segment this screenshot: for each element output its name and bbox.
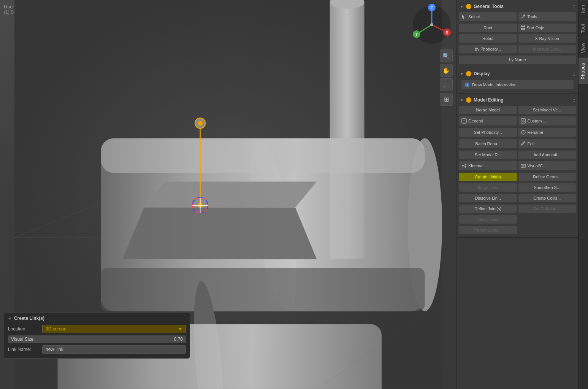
svg-rect-41 xyxy=(523,28,525,30)
smoothen-s-btn[interactable]: Smoothen S... xyxy=(518,183,576,192)
create-links-btn[interactable]: Create Link(s) xyxy=(459,173,517,181)
link-name-input[interactable] xyxy=(42,345,186,354)
pan-nav-icon[interactable]: ✋ xyxy=(440,64,453,77)
batch-rename-btn[interactable]: Batch Rena... xyxy=(459,139,517,148)
camera-nav-icon[interactable]: 🎥 xyxy=(440,78,453,91)
info-icon: i xyxy=(464,82,470,87)
visual-size-label: Visual Size xyxy=(11,337,33,342)
visual-size-value: 0.70 xyxy=(174,337,183,342)
axis-gizmo[interactable]: Z Y X xyxy=(411,4,453,46)
select-icon xyxy=(461,14,467,19)
location-label: Location: xyxy=(8,326,42,332)
edit-icon xyxy=(521,141,526,146)
svg-point-18 xyxy=(198,121,203,126)
by-name-btn[interactable]: by Name xyxy=(459,56,576,64)
display-icon xyxy=(466,71,471,76)
panel-collapse-arrow[interactable]: ▼ xyxy=(8,316,12,321)
tab-item[interactable]: Item xyxy=(578,0,588,19)
general-btn[interactable]: General xyxy=(459,116,517,125)
grid-nav-icon[interactable]: ⊞ xyxy=(440,93,453,106)
general-tools-drag: :: xyxy=(572,3,575,10)
svg-rect-8 xyxy=(101,138,425,173)
model-editing-title: Model Editing xyxy=(474,97,504,103)
edit-btn[interactable]: Edit xyxy=(518,139,576,148)
display-header[interactable]: ▼ Display :: xyxy=(457,69,578,79)
display-drag: :: xyxy=(572,71,575,77)
sort-obj-btn[interactable]: Sort Obje... xyxy=(518,24,576,32)
svg-point-56 xyxy=(465,164,466,165)
set-phobosty-btn[interactable]: Set Phobosty... xyxy=(459,128,517,137)
svg-point-54 xyxy=(521,145,522,146)
custom-btn[interactable]: Custom ... xyxy=(518,116,576,125)
dropdown-arrow: ▼ xyxy=(178,326,182,332)
general-tools-icon xyxy=(466,4,471,9)
draw-model-info-btn[interactable]: i Draw Model Information xyxy=(461,80,574,89)
link-name-label: Link Name: xyxy=(8,347,42,352)
display-title: Display xyxy=(474,71,490,76)
display-collapse: ▼ xyxy=(460,72,464,76)
viewport[interactable]: User Perspective (1) Scene Collection | … xyxy=(0,0,456,389)
sort-icon xyxy=(521,25,525,30)
svg-point-37 xyxy=(430,23,433,26)
custom-icon xyxy=(521,118,526,124)
tab-phobos[interactable]: Phobos xyxy=(578,58,588,84)
select-btn[interactable]: Select... xyxy=(459,12,517,21)
general-tools-section: ▼ General Tools :: Select... Tools Root xyxy=(457,0,578,67)
create-collis-btn[interactable]: Create Collis... xyxy=(518,194,576,202)
tools-btn[interactable]: Tools xyxy=(518,12,576,21)
mimic-joint-btn[interactable]: Mimic Joint xyxy=(459,215,517,224)
svg-marker-12 xyxy=(122,208,317,259)
name-model-btn[interactable]: Name Model xyxy=(459,106,517,114)
visual-size-slider[interactable]: Visual Size 0.70 xyxy=(8,335,186,343)
location-value: 3D cursor xyxy=(46,326,65,332)
parent-selec-btn[interactable]: Parent Selec... xyxy=(459,226,517,234)
display-section: ▼ Display :: i Draw Model Information xyxy=(457,67,578,94)
svg-rect-9 xyxy=(101,268,425,311)
by-phobosty-btn[interactable]: by Phobosty... xyxy=(459,45,517,53)
rename-icon xyxy=(521,130,526,135)
merge-links-btn[interactable]: Merge Links xyxy=(459,183,517,192)
svg-text:Z: Z xyxy=(431,6,433,10)
svg-line-59 xyxy=(463,166,465,167)
svg-text:X: X xyxy=(446,30,449,35)
model-editing-section: ▼ Model Editing :: Name Model Set Model … xyxy=(457,94,578,238)
svg-point-57 xyxy=(465,166,466,168)
set-model-r-btn[interactable]: Set Model R... xyxy=(459,151,517,159)
dissolve-lin-btn[interactable]: Dissolve Lin... xyxy=(459,194,517,202)
tab-tool[interactable]: Tool xyxy=(578,19,588,38)
wrench-icon xyxy=(521,14,526,19)
svg-rect-61 xyxy=(522,165,525,167)
measure-dist-btn[interactable]: Measure Dist... xyxy=(518,45,576,53)
visual-icon xyxy=(521,163,526,168)
xray-btn[interactable]: X-Ray Vision xyxy=(518,34,576,43)
panel-title: Create Link(s) xyxy=(14,316,44,321)
set-model-ve-btn[interactable]: Set Model Ve... xyxy=(518,106,576,114)
general-tools-collapse: ▼ xyxy=(460,5,464,9)
zoom-nav-icon[interactable]: 🔍 xyxy=(440,49,453,62)
model-editing-header[interactable]: ▼ Model Editing :: xyxy=(457,95,578,105)
nav-icons-panel: 🔍 ✋ 🎥 ⊞ xyxy=(440,49,453,106)
sidebar: ▼ General Tools :: Select... Tools Root xyxy=(456,0,578,389)
svg-rect-39 xyxy=(523,25,525,27)
visual-c-btn[interactable]: Visual/C... xyxy=(518,161,576,170)
model-editing-drag: :: xyxy=(572,97,575,103)
svg-rect-40 xyxy=(521,28,523,30)
svg-text:i: i xyxy=(467,83,468,87)
set-collision-btn[interactable]: Set Collision ... xyxy=(518,205,576,213)
kinematic-icon xyxy=(461,163,467,168)
svg-point-55 xyxy=(462,165,463,167)
define-geom-btn[interactable]: Define Geom... xyxy=(518,173,576,181)
robot-btn[interactable]: Robot xyxy=(459,34,517,43)
tab-bar: Item Tool View Phobos xyxy=(578,0,588,389)
general-tools-title: General Tools xyxy=(474,4,504,9)
define-joints-btn[interactable]: Define Joint(s) xyxy=(459,205,517,213)
tab-view[interactable]: View xyxy=(578,38,588,58)
root-btn[interactable]: Root xyxy=(459,24,517,32)
create-links-panel: ▼ Create Link(s) Location: 3D cursor ▼ V… xyxy=(4,312,190,359)
kinemati-btn[interactable]: Kinemati... xyxy=(459,161,517,170)
svg-rect-48 xyxy=(521,119,526,123)
general-tools-header[interactable]: ▼ General Tools :: xyxy=(457,2,578,11)
add-annotati-btn[interactable]: Add Annotati... xyxy=(518,151,576,159)
rename-btn[interactable]: Rename xyxy=(518,128,576,137)
location-dropdown[interactable]: 3D cursor ▼ xyxy=(42,325,186,333)
